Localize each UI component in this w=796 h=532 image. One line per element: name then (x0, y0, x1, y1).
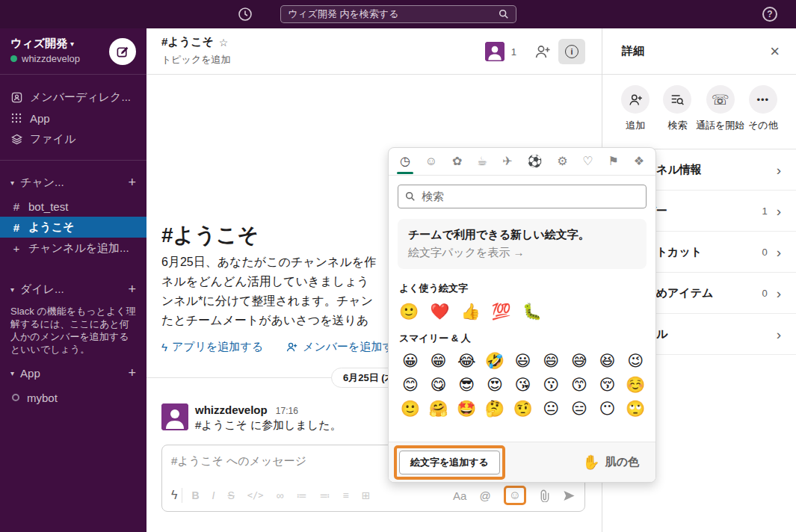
action-add-member[interactable]: 追加 (614, 85, 656, 149)
sidebar-add-channel[interactable]: + チャンネルを追加... (0, 238, 146, 259)
send-icon[interactable] (563, 489, 576, 502)
skin-tone-selector[interactable]: ✋ 肌の色 (582, 454, 648, 471)
emoji[interactable]: 😋 (425, 377, 453, 392)
emoji[interactable]: 🤔 (481, 400, 509, 416)
emoji-category-icon[interactable]: ⚑ (608, 155, 619, 167)
emoji[interactable]: 😐 (537, 400, 565, 416)
blockquote-icon[interactable]: ≡ (343, 489, 349, 501)
channels-section-header[interactable]: ▾ チャン... + (0, 171, 146, 194)
emoji[interactable]: ☺️ (621, 377, 650, 392)
emoji[interactable]: 😀 (396, 353, 425, 368)
add-channel-plus-icon[interactable]: + (128, 175, 136, 191)
italic-icon[interactable]: I (212, 489, 215, 501)
sidebar-item-apps[interactable]: App (0, 108, 146, 129)
emoji-category-icon[interactable]: ✈ (502, 155, 512, 167)
emoji[interactable]: 😚 (593, 377, 622, 392)
frequent-emoji[interactable]: 🙂 (399, 303, 419, 319)
workspace-header[interactable]: ウィズ開発 ▾ whizzdevelop (0, 28, 146, 75)
emoji-category-icon[interactable]: ⚽ (527, 155, 542, 167)
code-block-icon[interactable]: ⊞ (362, 489, 371, 501)
emoji[interactable]: 🙄 (621, 400, 650, 416)
add-app-link[interactable]: ϟ アプリを追加する (161, 340, 263, 354)
bullet-list-icon[interactable]: ≕ (320, 489, 330, 501)
text-format-toggle-icon[interactable]: Aa (453, 489, 466, 502)
emoji[interactable]: 😆 (593, 353, 622, 368)
add-emoji-button[interactable]: 絵文字を追加する (399, 451, 500, 474)
link-icon[interactable]: ∞ (277, 489, 284, 501)
emoji[interactable]: 😙 (565, 377, 593, 392)
member-avatar[interactable] (485, 42, 505, 61)
emoji-category-icon[interactable]: ✿ (452, 155, 462, 167)
code-icon[interactable]: </> (247, 490, 264, 501)
emoji[interactable]: 😑 (565, 400, 593, 416)
help-icon[interactable]: ? (762, 7, 777, 22)
show-emoji-packs-link[interactable]: 絵文字パックを表示 → (408, 246, 636, 260)
global-search-input[interactable]: ウィズ開発 内を検索する (280, 5, 516, 23)
section-collapse-icon[interactable]: ▾ (10, 285, 14, 294)
frequent-emoji[interactable]: 💯 (492, 303, 511, 319)
emoji[interactable]: 😁 (425, 353, 453, 368)
emoji[interactable]: 😉 (621, 353, 650, 368)
star-icon[interactable]: ☆ (219, 37, 229, 49)
emoji[interactable]: 😄 (537, 353, 565, 368)
emoji-category-icon[interactable]: ◷ (400, 155, 410, 167)
attachment-paperclip-icon[interactable] (539, 489, 550, 502)
frequent-emoji[interactable]: ❤️ (430, 303, 449, 319)
emoji-category-icon[interactable]: ♡ (582, 155, 593, 167)
close-icon[interactable]: × (770, 43, 780, 60)
shortcuts-icon[interactable]: ϟ (171, 489, 177, 502)
sidebar-channel-bot-test[interactable]: # bot_test (0, 196, 146, 217)
section-collapse-icon[interactable]: ▾ (10, 369, 14, 377)
avatar[interactable] (161, 403, 188, 430)
frequent-emoji[interactable]: 🐛 (522, 303, 542, 319)
dm-section-header[interactable]: ▾ ダイレ... + (0, 278, 146, 300)
add-member-icon[interactable] (534, 43, 552, 61)
ordered-list-icon[interactable]: ≔ (297, 489, 307, 501)
compose-button[interactable] (109, 38, 136, 65)
emoji[interactable]: 😎 (452, 377, 481, 392)
sidebar-channel-welcome[interactable]: # ようこそ (0, 217, 146, 238)
emoji-category-icon[interactable]: ☕ (477, 155, 487, 167)
message-text: #ようこそ に参加しました。 (195, 418, 342, 433)
member-count[interactable]: 1 (511, 46, 516, 58)
strikethrough-icon[interactable]: S (227, 489, 234, 501)
add-app-plus-icon[interactable]: + (128, 365, 136, 381)
section-collapse-icon[interactable]: ▾ (10, 179, 14, 187)
emoji[interactable]: 😶 (593, 400, 622, 416)
action-start-call[interactable]: ☏ 通話を開始 (699, 85, 742, 149)
emoji-search-input[interactable]: 検索 (398, 185, 647, 208)
emoji-category-icon[interactable]: ❖ (634, 155, 644, 167)
emoji[interactable]: 😅 (565, 353, 593, 368)
emoji[interactable]: 🤗 (425, 400, 453, 416)
emoji[interactable]: 😊 (396, 377, 425, 392)
add-dm-plus-icon[interactable]: + (128, 282, 136, 297)
emoji-category-icon[interactable]: ⚙ (557, 155, 567, 167)
sidebar-item-member-directory[interactable]: メンバーディレク... (0, 87, 146, 108)
sidebar-item-files[interactable]: ファイル (0, 129, 146, 149)
hash-icon: # (12, 221, 21, 234)
mention-icon[interactable]: @ (479, 489, 490, 502)
channel-info-button[interactable]: i (558, 39, 585, 64)
message-author[interactable]: whizzdevelop (195, 403, 268, 416)
bold-icon[interactable]: B (191, 489, 199, 501)
sidebar-app-mybot[interactable]: mybot (0, 387, 146, 408)
emoji-pack-banner: チームで利用できる新しい絵文字。 絵文字パックを表示 → (398, 219, 647, 269)
emoji-picker-button-highlighted[interactable]: ☺ (504, 486, 526, 505)
emoji[interactable]: 🤨 (509, 400, 537, 416)
emoji-category-icon[interactable]: ☺ (425, 155, 437, 167)
frequent-emoji[interactable]: 👍 (460, 303, 480, 319)
emoji[interactable]: 😍 (481, 377, 509, 392)
emoji[interactable]: 😘 (509, 377, 537, 392)
message-timestamp[interactable]: 17:16 (276, 406, 298, 416)
emoji[interactable]: 🤣 (481, 353, 509, 368)
action-search-channel[interactable]: 検索 (656, 85, 698, 149)
emoji[interactable]: 🙂 (396, 400, 425, 416)
app-section-header[interactable]: ▾ App + (0, 362, 146, 384)
emoji[interactable]: 😃 (509, 353, 537, 368)
emoji[interactable]: 🤩 (452, 400, 481, 416)
emoji[interactable]: 😂 (452, 353, 481, 368)
history-clock-icon[interactable] (238, 7, 253, 22)
action-more[interactable]: ••• その他 (742, 85, 784, 149)
channel-title[interactable]: #ようこそ (161, 35, 214, 49)
emoji[interactable]: 😗 (537, 377, 565, 392)
